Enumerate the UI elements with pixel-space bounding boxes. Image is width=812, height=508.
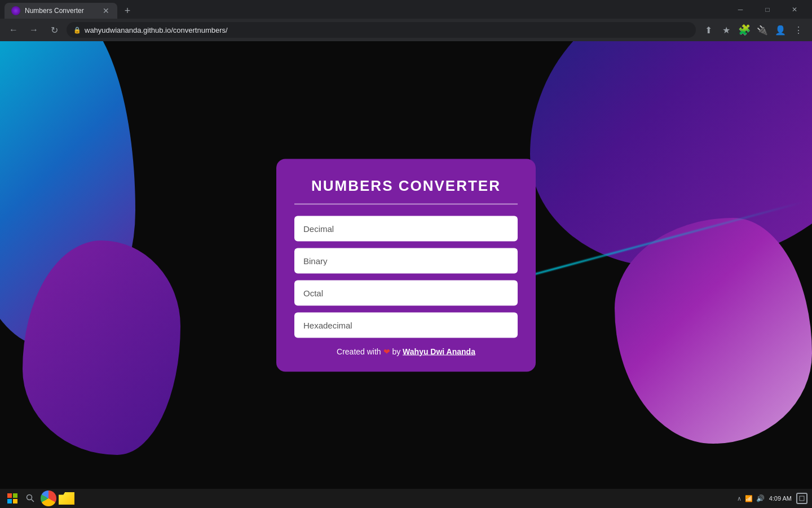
profile-icon[interactable]: 👤 xyxy=(773,22,788,38)
toolbar-icons: ⬆ ★ 🧩 🔌 👤 ⋮ xyxy=(700,22,806,38)
url-text: wahyudwiananda.github.io/convertnumbers/ xyxy=(85,26,689,34)
hexadecimal-input[interactable] xyxy=(294,312,518,338)
browser-toolbar: ← → ↻ 🔒 wahyudwiananda.github.io/convert… xyxy=(0,19,812,41)
tab-title: Numbers Converter xyxy=(25,7,97,15)
minimize-button[interactable]: ─ xyxy=(727,0,753,19)
share-icon[interactable]: ⬆ xyxy=(700,22,716,38)
converter-container: NUMBERS CONVERTER Created with ❤ by Wahy… xyxy=(276,159,536,371)
tab-close-button[interactable]: ✕ xyxy=(102,6,111,15)
bookmark-icon[interactable]: ★ xyxy=(718,22,734,38)
maximize-button[interactable]: □ xyxy=(754,0,780,19)
chrome-icon[interactable] xyxy=(41,491,56,506)
taskbar-right: ∧ 📶 🔊 4:09 AM xyxy=(737,493,807,504)
svg-rect-0 xyxy=(7,493,12,498)
binary-input[interactable] xyxy=(294,248,518,273)
start-button[interactable] xyxy=(5,491,20,506)
extension-icon[interactable]: 🧩 xyxy=(736,22,752,38)
puzzle-icon[interactable]: 🔌 xyxy=(754,22,770,38)
search-icon[interactable] xyxy=(23,491,38,506)
volume-icon[interactable]: 🔊 xyxy=(756,494,765,502)
decimal-input[interactable] xyxy=(294,216,518,241)
author-link[interactable]: Wahyu Dwi Ananda xyxy=(403,347,475,356)
card-title: NUMBERS CONVERTER xyxy=(294,177,518,194)
page-content: NUMBERS CONVERTER Created with ❤ by Wahy… xyxy=(0,41,812,489)
converter-card: NUMBERS CONVERTER Created with ❤ by Wahy… xyxy=(276,159,536,371)
title-bar: Numbers Converter ✕ + ─ □ ✕ xyxy=(0,0,812,19)
heart-icon: ❤ xyxy=(383,347,392,356)
taskbar: ∧ 📶 🔊 4:09 AM xyxy=(0,489,812,508)
svg-rect-6 xyxy=(800,496,804,501)
address-bar[interactable]: 🔒 wahyudwiananda.github.io/convertnumber… xyxy=(67,22,696,38)
forward-button[interactable]: → xyxy=(26,22,42,38)
footer-by: by xyxy=(392,347,400,356)
octal-input[interactable] xyxy=(294,280,518,305)
files-icon[interactable] xyxy=(59,492,74,505)
svg-rect-3 xyxy=(13,499,17,503)
tab-strip: Numbers Converter ✕ + xyxy=(5,0,727,19)
menu-icon[interactable]: ⋮ xyxy=(791,22,806,38)
tab-favicon xyxy=(11,6,20,15)
title-divider xyxy=(294,203,518,204)
back-button[interactable]: ← xyxy=(6,22,21,38)
footer-text: Created with xyxy=(337,347,381,356)
svg-rect-2 xyxy=(7,499,12,503)
taskbar-time: 4:09 AM xyxy=(769,494,792,502)
card-footer: Created with ❤ by Wahyu Dwi Ananda xyxy=(294,347,518,356)
active-tab[interactable]: Numbers Converter ✕ xyxy=(5,3,117,19)
chevron-up-icon[interactable]: ∧ xyxy=(737,495,742,502)
svg-point-4 xyxy=(27,495,32,500)
time-display: 4:09 AM xyxy=(769,494,792,502)
notification-icon[interactable] xyxy=(796,493,807,504)
reload-button[interactable]: ↻ xyxy=(46,22,62,38)
svg-rect-1 xyxy=(13,493,17,498)
window-controls: ─ □ ✕ xyxy=(727,0,807,19)
taskbar-system-icons: ∧ 📶 🔊 xyxy=(737,494,765,502)
bg-blob-purple-right xyxy=(615,218,812,444)
network-icon[interactable]: 📶 xyxy=(745,495,753,502)
svg-line-5 xyxy=(32,500,34,502)
lock-icon: 🔒 xyxy=(73,27,81,34)
new-tab-button[interactable]: + xyxy=(120,3,135,19)
close-button[interactable]: ✕ xyxy=(782,0,807,19)
